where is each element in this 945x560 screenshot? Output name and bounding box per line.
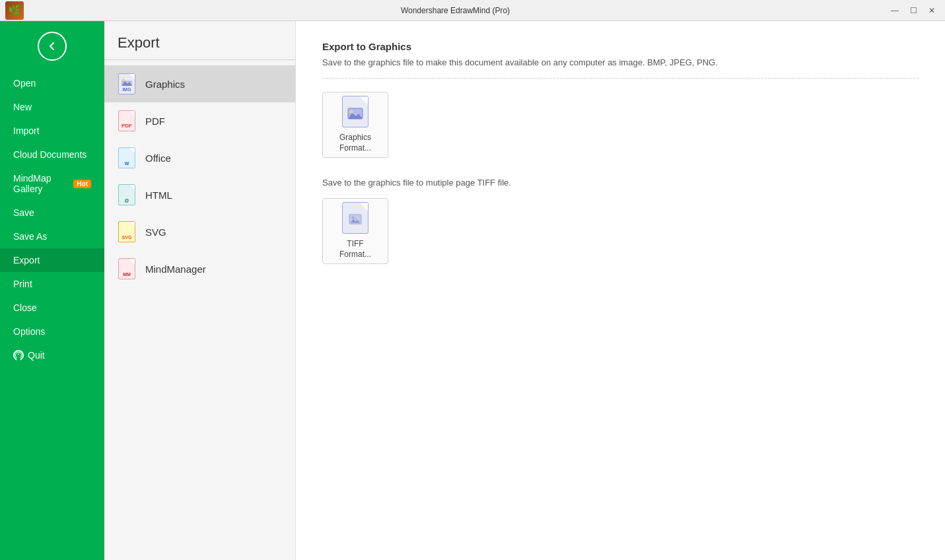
sidebar: Open New Import Cloud Documents MindMap … [0,21,104,560]
pdf-icon: PDF [118,110,136,131]
image-file-icon [122,78,132,86]
content-area: Export to Graphics Save to the graphics … [296,21,945,560]
export-menu-label: HTML [145,190,172,201]
title-bar: 🌿 Wondershare EdrawMind (Pro) — ☐ ✕ [0,0,945,21]
content-section-title: Export to Graphics [322,41,919,52]
tiff-format-label: TIFF Format... [339,239,371,260]
window-title: Wondershare EdrawMind (Pro) [24,6,887,15]
html-icon: @ [118,184,136,205]
sidebar-item-import[interactable]: Import [0,119,104,143]
image-icon [347,106,363,120]
quit-icon [13,350,24,361]
sidebar-item-label: Quit [28,350,45,361]
sidebar-item-new[interactable]: New [0,95,104,119]
export-menu-label: PDF [145,116,165,127]
graphics-format-label: Graphics Format... [339,133,371,153]
sidebar-item-label: Cloud Documents [13,149,87,160]
graphics-icon: IMG [118,73,136,94]
main-container: Open New Import Cloud Documents MindMap … [0,21,945,560]
format-cards-tiff: TIFF Format... [322,198,919,264]
tiff-description: Save to the graphics file to mutiple pag… [322,178,919,188]
export-menu-label: SVG [145,227,166,238]
export-title: Export [104,34,295,60]
sidebar-item-cloud[interactable]: Cloud Documents [0,143,104,166]
sidebar-item-close[interactable]: Close [0,296,104,320]
svg-point-9 [352,217,355,219]
sidebar-item-label: Close [13,302,37,313]
graphics-format-card[interactable]: Graphics Format... [322,92,388,158]
minimize-button[interactable]: — [887,3,903,18]
sidebar-item-label: MindMap Gallery [13,173,69,194]
tiff-icon [348,213,363,225]
sidebar-item-print[interactable]: Print [0,272,104,296]
back-button[interactable] [38,32,67,61]
export-menu-item-svg[interactable]: SVG SVG [104,213,295,250]
export-menu: Export IMG Graphics PDF [104,21,296,560]
export-menu-item-graphics[interactable]: IMG Graphics [104,65,295,102]
window-controls: — ☐ ✕ [887,3,940,18]
export-menu-label: Graphics [145,79,185,90]
back-icon [46,40,58,52]
hot-badge: Hot [73,180,91,188]
sidebar-item-save[interactable]: Save [0,201,104,225]
sidebar-item-label: Save [13,207,34,218]
export-menu-item-office[interactable]: W Office [104,139,295,176]
export-menu-label: MindManager [145,263,206,275]
export-menu-item-mindmanager[interactable]: MM MindManager [104,250,295,287]
app-icon: 🌿 [5,1,24,20]
office-icon: W [118,147,136,168]
close-button[interactable]: ✕ [924,3,940,18]
sidebar-item-open[interactable]: Open [0,71,104,95]
sidebar-item-mindmap-gallery[interactable]: MindMap Gallery Hot [0,166,104,201]
sidebar-item-save-as[interactable]: Save As [0,225,104,248]
graphics-format-icon [342,96,368,127]
sidebar-item-quit[interactable]: Quit [0,343,104,367]
svg-point-7 [350,110,353,114]
sidebar-item-label: New [13,102,32,112]
tiff-format-card[interactable]: TIFF Format... [322,198,388,264]
format-cards-graphics: Graphics Format... [322,92,919,158]
sidebar-item-label: Open [13,78,36,88]
mindmanager-icon: MM [118,258,136,279]
tiff-format-icon [342,202,368,234]
sidebar-item-label: Print [13,279,32,289]
svg-icon: SVG [118,221,136,242]
content-description: Save to the graphics file to make this d… [322,57,919,79]
export-menu-item-pdf[interactable]: PDF PDF [104,102,295,139]
maximize-button[interactable]: ☐ [905,3,921,18]
sidebar-item-export[interactable]: Export [0,248,104,272]
power-icon [15,350,22,361]
export-menu-label: Office [145,153,171,164]
sidebar-item-label: Export [13,255,40,265]
sidebar-item-label: Save As [13,231,47,242]
sidebar-item-options[interactable]: Options [0,320,104,343]
export-menu-item-html[interactable]: @ HTML [104,176,295,213]
svg-point-4 [122,79,125,81]
sidebar-item-label: Options [13,326,45,337]
sidebar-item-label: Import [13,125,40,136]
